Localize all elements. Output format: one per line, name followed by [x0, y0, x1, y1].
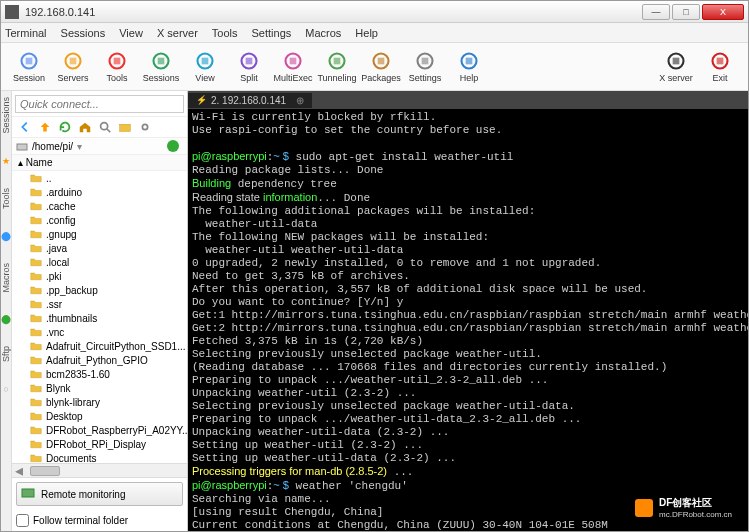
refresh-icon[interactable]	[58, 120, 72, 134]
find-icon[interactable]	[98, 120, 112, 134]
remote-monitoring-button[interactable]: Remote monitoring	[16, 482, 183, 506]
folder-icon	[30, 312, 42, 324]
folder-icon	[30, 326, 42, 338]
menu-tools[interactable]: Tools	[212, 27, 238, 39]
follow-terminal-label: Follow terminal folder	[33, 515, 128, 526]
up-icon[interactable]	[38, 120, 52, 134]
list-item[interactable]: Desktop	[12, 409, 187, 423]
tunneling-icon	[327, 51, 347, 71]
minimize-button[interactable]: —	[642, 4, 670, 20]
sessions-button[interactable]: Sessions	[139, 51, 183, 83]
svg-point-28	[142, 124, 147, 129]
list-item[interactable]: .pki	[12, 269, 187, 283]
folder-icon	[30, 228, 42, 240]
view-button[interactable]: View	[183, 51, 227, 83]
window-titlebar: 192.168.0.141 — □ X	[1, 1, 748, 23]
help-icon	[459, 51, 479, 71]
session-button[interactable]: Session	[7, 51, 51, 83]
packages-button[interactable]: Packages	[359, 51, 403, 83]
back-icon[interactable]	[18, 120, 32, 134]
menu-help[interactable]: Help	[355, 27, 378, 39]
quick-connect-input[interactable]	[15, 95, 184, 113]
follow-terminal-checkbox[interactable]	[16, 514, 29, 527]
folder-icon	[30, 172, 42, 184]
multiexec-icon	[283, 51, 303, 71]
list-item[interactable]: .cache	[12, 199, 187, 213]
menu-view[interactable]: View	[119, 27, 143, 39]
vtab-sftp[interactable]: Sftp	[1, 346, 11, 362]
list-item[interactable]: Blynk	[12, 381, 187, 395]
menu-sessions[interactable]: Sessions	[61, 27, 106, 39]
bolt-icon: ⚡	[196, 95, 207, 105]
list-item[interactable]: .local	[12, 255, 187, 269]
list-item[interactable]: .java	[12, 241, 187, 255]
terminal-tab[interactable]: ⚡ 2. 192.168.0.141 ⊕	[188, 93, 312, 108]
svg-rect-13	[290, 57, 297, 64]
folder-icon	[30, 242, 42, 254]
settings-icon	[415, 51, 435, 71]
svg-rect-19	[422, 57, 429, 64]
help-button[interactable]: Help	[447, 51, 491, 83]
list-item[interactable]: DFRobot_RaspberryPi_A02YY...	[12, 423, 187, 437]
terminal-output[interactable]: Wi-Fi is currently blocked by rfkill. Us…	[188, 109, 749, 531]
menu-settings[interactable]: Settings	[252, 27, 292, 39]
list-item[interactable]: .config	[12, 213, 187, 227]
folder-icon	[30, 452, 42, 463]
svg-rect-29	[17, 144, 27, 150]
vtab-macros[interactable]: Macros	[1, 263, 11, 293]
list-item[interactable]: .thumbnails	[12, 311, 187, 325]
settings-button[interactable]: Settings	[403, 51, 447, 83]
list-item[interactable]: .arduino	[12, 185, 187, 199]
sftp-sidebar: /home/pi/ ▾ ▴ Name .. .arduino.cache.con…	[12, 91, 188, 531]
home-icon[interactable]	[78, 120, 92, 134]
folder-icon	[30, 354, 42, 366]
close-button[interactable]: X	[702, 4, 744, 20]
list-item[interactable]: blynk-library	[12, 395, 187, 409]
svg-rect-1	[26, 57, 33, 64]
servers-button[interactable]: Servers	[51, 51, 95, 83]
tunneling-button[interactable]: Tunneling	[315, 51, 359, 83]
exit-icon	[710, 51, 730, 71]
exit-button[interactable]: Exit	[698, 51, 742, 83]
app-icon	[5, 5, 19, 19]
menu-x-server[interactable]: X server	[157, 27, 198, 39]
chevron-down-icon[interactable]: ▾	[77, 141, 82, 152]
terminal-tabs: ⚡ 2. 192.168.0.141 ⊕	[188, 91, 749, 109]
svg-rect-25	[717, 57, 724, 64]
vtab-tools[interactable]: Tools	[1, 188, 11, 209]
tab-menu-icon[interactable]: ⊕	[296, 95, 304, 106]
list-item[interactable]: .vnc	[12, 325, 187, 339]
xserver-button[interactable]: X server	[654, 51, 698, 83]
toolbar: SessionServersToolsSessionsViewSplitMult…	[1, 43, 748, 91]
list-item[interactable]: .ssr	[12, 297, 187, 311]
h-scrollbar[interactable]: ◂	[12, 463, 187, 477]
vtab-sessions[interactable]: Sessions	[1, 97, 11, 134]
current-path: /home/pi/	[32, 141, 73, 152]
list-item[interactable]: DFRobot_RPi_Display	[12, 437, 187, 451]
file-list-header[interactable]: ▴ Name	[12, 155, 187, 171]
tools-icon	[107, 51, 127, 71]
split-button[interactable]: Split	[227, 51, 271, 83]
monitor-icon	[21, 487, 35, 501]
list-item[interactable]: Adafruit_Python_GPIO	[12, 353, 187, 367]
menu-terminal[interactable]: Terminal	[5, 27, 47, 39]
folder-icon	[30, 284, 42, 296]
view-icon	[195, 51, 215, 71]
new-folder-icon[interactable]	[118, 120, 132, 134]
path-bar[interactable]: /home/pi/ ▾	[12, 138, 187, 155]
list-item[interactable]: Adafruit_CircuitPython_SSD1...	[12, 339, 187, 353]
list-item[interactable]: Documents	[12, 451, 187, 463]
terminal-area: ⚡ 2. 192.168.0.141 ⊕ Wi-Fi is currently …	[188, 91, 749, 531]
menu-macros[interactable]: Macros	[305, 27, 341, 39]
window-title: 192.168.0.141	[25, 6, 642, 18]
list-item[interactable]: .gnupg	[12, 227, 187, 241]
svg-rect-3	[70, 57, 77, 64]
list-item[interactable]: bcm2835-1.60	[12, 367, 187, 381]
list-item[interactable]: .pp_backup	[12, 283, 187, 297]
list-item[interactable]: ..	[12, 171, 187, 185]
tools-button[interactable]: Tools	[95, 51, 139, 83]
settings-icon[interactable]	[138, 120, 152, 134]
side-tabs: Sessions ★ Tools ⬤ Macros ⬤ Sftp ○	[1, 91, 12, 531]
maximize-button[interactable]: □	[672, 4, 700, 20]
multiexec-button[interactable]: MultiExec	[271, 51, 315, 83]
